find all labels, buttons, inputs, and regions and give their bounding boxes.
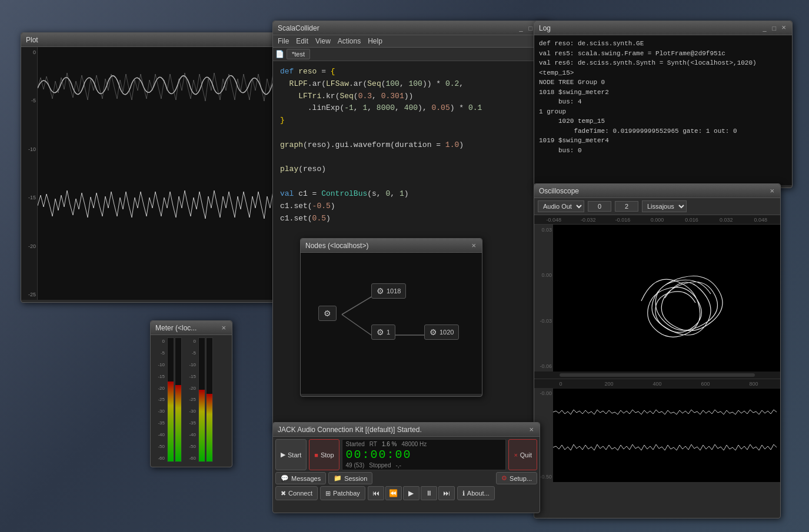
meter-labels: 0 -5 -10 -15 -20 -25 -30 -35 -40 -50 -60: [153, 337, 165, 462]
jack-setup-button[interactable]: ⚙ Setup...: [496, 472, 537, 484]
node-1018[interactable]: ⚙ 1018: [371, 283, 406, 299]
osc-lissajous-panel: 0.03 0.00 -0.03 -0.06: [534, 225, 780, 372]
jack-titlebar[interactable]: JACK Audio Connection Kit [(default)] St…: [273, 423, 540, 437]
osc-scrollbar-thumb: [560, 373, 754, 377]
meter-titlebar[interactable]: Meter (<loc... ×: [151, 321, 232, 335]
menu-edit[interactable]: Edit: [296, 37, 308, 45]
jack-row-1: ▶ Start ■ Stop Started RT 1.6 % 48000 Hz…: [275, 439, 537, 470]
code-line-11: val c1 = ControlBus(s, 0, 1): [280, 188, 541, 200]
meter-bar-left-2: [175, 337, 182, 462]
stop-icon: ■: [314, 451, 318, 459]
meter-labels-right: 0 -5 -10 -15 -20 -25 -30 -35 -40 -50 -60: [184, 337, 196, 462]
osc-channel-select[interactable]: Audio Out: [538, 200, 584, 212]
osc-titlebar[interactable]: Oscilloscope ×: [534, 184, 780, 198]
connect-icon: ✖: [281, 490, 286, 497]
scala-minimize-button[interactable]: _: [517, 25, 524, 32]
quit-icon: ×: [514, 451, 517, 459]
setup-icon: ⚙: [501, 474, 507, 482]
jack-title: JACK Audio Connection Kit [(default)] St…: [278, 426, 422, 434]
menu-actions[interactable]: Actions: [338, 37, 361, 45]
plot-title: Plot: [26, 36, 38, 44]
code-line-7: graph(reso).gui.waveform(duration = 1.0): [280, 139, 541, 152]
jack-patchbay-button[interactable]: ⊞ Patchbay: [320, 486, 365, 500]
nodes-titlebar[interactable]: Nodes (<localhost>) ×: [301, 239, 482, 253]
code-line-13: c1.set(0.5): [280, 213, 541, 225]
nodes-close-button[interactable]: ×: [470, 241, 477, 250]
code-line-9: play(reso): [280, 163, 541, 176]
log-close-button[interactable]: ×: [780, 24, 787, 32]
jack-connect-button[interactable]: ✖ Connect: [275, 486, 318, 500]
menu-help[interactable]: Help: [368, 37, 382, 45]
jack-transport-back-button[interactable]: ⏪: [385, 486, 402, 500]
node-1020-gear-icon: ⚙: [430, 327, 437, 337]
log-title: Log: [539, 24, 551, 32]
code-line-5: }: [280, 115, 541, 127]
plot-titlebar[interactable]: Plot ×: [21, 33, 285, 47]
log-maximize-button[interactable]: □: [771, 25, 778, 32]
code-line-12: c1.set(-0.5): [280, 200, 541, 213]
jack-quit-label: Quit: [520, 451, 532, 459]
node-root[interactable]: ⚙: [318, 306, 337, 321]
log-line-10: fadeTime: 0.019999999552965 gate: 1 out:…: [539, 126, 787, 136]
jack-messages-button[interactable]: 💬 Messages: [275, 472, 326, 484]
nodes-window: Nodes (<localhost>) × ⚙ ⚙ 1018 ⚙ 1 ⚙ 102…: [300, 238, 482, 397]
waveform-area: [38, 47, 285, 300]
osc-xaxis: 0 200 400 600 800: [534, 379, 780, 388]
meter-close-button[interactable]: ×: [220, 323, 227, 332]
jack-rt-value: 1.6 %: [382, 441, 397, 447]
log-line-11: 1019 $swing_meter4: [539, 136, 787, 146]
code-line-4: .linExp(-1, 1, 8000, 400), 0.05) * 0.1: [280, 102, 541, 115]
waveform-svg: [38, 47, 285, 300]
oscilloscope-window: Oscilloscope × Audio Out Lissajous -0.04…: [534, 183, 781, 518]
code-line-6: [280, 127, 541, 139]
code-line-3: LFTri.kr(Seq(0.3, 0.301)): [280, 91, 541, 103]
code-line-2: RLPF.ar(LFSaw.ar(Seq(100, 100)) * 0.2,: [280, 78, 541, 91]
node-1018-gear-icon: ⚙: [377, 286, 384, 296]
meter-title: Meter (<loc...: [155, 324, 197, 332]
jack-start-button[interactable]: ▶ Start: [275, 439, 307, 470]
jack-transport-forward-button[interactable]: ⏭: [438, 486, 455, 500]
meter-bar-right-2: [206, 337, 213, 462]
log-win-controls: _ □ ×: [761, 24, 787, 32]
node-1020-label: 1020: [440, 329, 454, 336]
log-titlebar[interactable]: Log _ □ ×: [534, 21, 792, 35]
messages-icon: 💬: [281, 474, 289, 482]
nodes-title: Nodes (<localhost>): [305, 242, 368, 250]
code-tab[interactable]: *test: [287, 49, 310, 59]
jack-quit-button[interactable]: × Quit: [508, 439, 537, 470]
log-line-2: val res5: scala.swing.Frame = PlotFrame@…: [539, 49, 787, 59]
jack-transport-rewind-button[interactable]: ⏮: [368, 486, 384, 500]
plot-canvas: 0 -5 -10 -15 -20 -25: [21, 47, 285, 300]
osc-close-button[interactable]: ×: [768, 186, 775, 195]
jack-about-button[interactable]: ℹ About...: [457, 486, 495, 500]
jack-transport-play-button[interactable]: ▶: [403, 486, 420, 500]
osc-ruler: -0.048 -0.032 -0.016 0.000 0.016 0.032 0…: [534, 215, 780, 225]
log-line-3: val res6: de.sciss.synth.Synth = Synth(<…: [539, 58, 787, 68]
jack-transport: ⏮ ⏪ ▶ ⏸ ⏭: [368, 486, 455, 500]
jack-setup-label: Setup...: [510, 475, 532, 482]
jack-close-button[interactable]: ×: [528, 425, 535, 434]
jack-frames-label: 49 (53): [346, 462, 365, 469]
jack-transport-pause-button[interactable]: ⏸: [421, 486, 437, 500]
menu-file[interactable]: File: [278, 37, 289, 45]
scala-toolbar: 📄 *test: [273, 48, 548, 61]
meter-bar-right-1: [198, 337, 205, 462]
node-1-label: 1: [387, 329, 390, 336]
node-1[interactable]: ⚙ 1: [371, 324, 395, 340]
osc-waveform-panel: -0.00 -0.50: [534, 388, 780, 482]
osc-ch-to[interactable]: [615, 201, 638, 212]
osc-scrollbar[interactable]: [534, 372, 780, 379]
osc-mode-select[interactable]: Lissajous: [642, 200, 687, 212]
osc-ch-from[interactable]: [588, 201, 611, 212]
tab-label: *test: [292, 51, 305, 58]
node-root-gear-icon: ⚙: [324, 309, 331, 318]
node-1020[interactable]: ⚙ 1020: [424, 324, 459, 340]
menu-view[interactable]: View: [315, 37, 331, 45]
scala-titlebar[interactable]: ScalaCollider _ □ ×: [273, 21, 548, 35]
log-line-7: bus: 4: [539, 97, 787, 107]
log-line-8: 1 group: [539, 107, 787, 117]
log-minimize-button[interactable]: _: [761, 25, 768, 32]
jack-session-button[interactable]: 📁 Session: [328, 472, 372, 484]
jack-stop-button[interactable]: ■ Stop: [309, 439, 339, 470]
svg-rect-5: [553, 225, 780, 372]
